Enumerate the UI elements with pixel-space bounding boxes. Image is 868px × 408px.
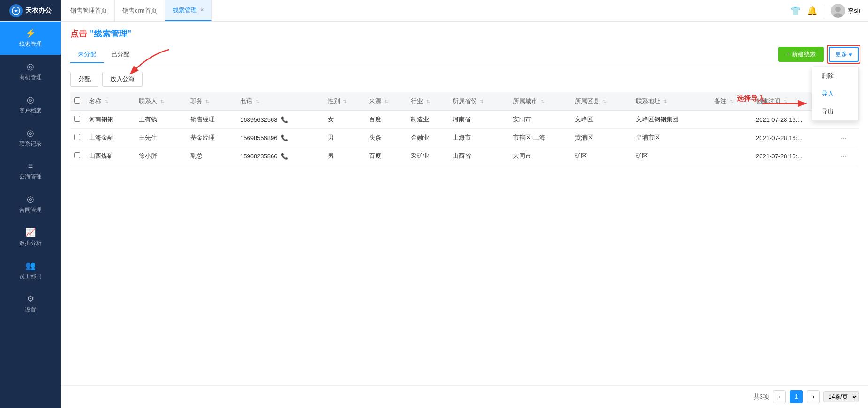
employee-icon: 👥: [25, 260, 36, 271]
call-icon[interactable]: 📞: [281, 116, 288, 123]
ocean-button[interactable]: 放入公海: [102, 72, 143, 87]
table-row: 上海金融 王先生 基金经理 15698556896 📞 男 头条 金融业 上海市…: [70, 129, 859, 147]
per-page-select[interactable]: 14条/页: [823, 391, 859, 402]
sort-icon[interactable]: ⇅: [343, 99, 347, 104]
cell-phone: 15968235866 📞: [236, 147, 324, 165]
tab-crm-home[interactable]: 销售crm首页: [115, 0, 165, 21]
row-checkbox[interactable]: [74, 134, 80, 140]
call-icon[interactable]: 📞: [281, 134, 288, 141]
row-checkbox-cell: [70, 111, 85, 129]
sidebar-item-leads[interactable]: ⚡ 线索管理: [0, 22, 61, 55]
sort-icon[interactable]: ⇅: [256, 99, 259, 104]
cell-district: 文峰区: [571, 111, 632, 129]
new-lead-button[interactable]: + 新建线索: [778, 47, 824, 62]
call-icon[interactable]: 📞: [281, 153, 288, 160]
tab-sales-home[interactable]: 销售管理首页: [63, 0, 115, 21]
opportunity-icon: ◎: [27, 61, 34, 72]
sort-icon[interactable]: ⇅: [480, 99, 483, 104]
page-1-button[interactable]: 1: [790, 390, 803, 403]
cell-gender: 男: [324, 129, 366, 147]
chevron-down-icon: ▾: [849, 51, 852, 58]
bell-icon[interactable]: 🔔: [807, 6, 817, 16]
close-tab-icon[interactable]: ✕: [200, 7, 204, 13]
page-header: 点击 "线索管理": [61, 22, 868, 43]
sidebar-item-analytics[interactable]: 📈 数据分析: [0, 221, 61, 254]
logo: 天衣办公: [9, 4, 52, 17]
ocean-icon: ≡: [28, 161, 33, 171]
col-district: 所属区县 ⇅: [571, 92, 632, 111]
select-all-checkbox[interactable]: [74, 97, 80, 104]
sort-icon[interactable]: ⇅: [541, 99, 544, 104]
col-province: 所属省份 ⇅: [449, 92, 509, 111]
sort-icon[interactable]: ⇅: [603, 99, 606, 104]
sort-icon[interactable]: ⇅: [730, 99, 733, 104]
cell-gender: 女: [324, 111, 366, 129]
cell-created-time: 2021-07-28 16:...: [752, 147, 837, 165]
cell-source: 百度: [365, 147, 407, 165]
contact-icon: ◎: [27, 128, 34, 138]
sidebar-item-ocean[interactable]: ≡ 公海管理: [0, 155, 61, 187]
sidebar-item-opportunity[interactable]: ◎ 商机管理: [0, 55, 61, 88]
logo-icon: [9, 4, 23, 17]
shirt-icon[interactable]: 👕: [790, 6, 800, 16]
sidebar-item-employee[interactable]: 👥 员工部门: [0, 254, 61, 287]
cell-source: 头条: [365, 129, 407, 147]
assign-button[interactable]: 分配: [70, 72, 98, 87]
dropdown-delete[interactable]: 删除: [812, 67, 858, 85]
more-btn-wrapper: 更多 ▾: [829, 47, 859, 62]
tab-leads[interactable]: 线索管理 ✕: [165, 0, 212, 21]
cell-contact: 王先生: [135, 129, 186, 147]
sidebar-item-settings[interactable]: ⚙ 设置: [0, 287, 61, 320]
cell-source: 百度: [365, 111, 407, 129]
sidebar-item-contact[interactable]: ◎ 联系记录: [0, 121, 61, 155]
user-avatar-area[interactable]: 李sir: [831, 4, 860, 18]
tab-assigned[interactable]: 已分配: [104, 46, 137, 63]
leads-table: 名称 ⇅ 联系人 ⇅ 职务 ⇅ 电话 ⇅ 性别 ⇅ 来源 ⇅ 行业 ⇅ 所属省份…: [70, 92, 859, 165]
row-more-button[interactable]: ···: [840, 134, 847, 141]
sort-icon[interactable]: ⇅: [105, 99, 108, 104]
cell-position: 基金经理: [187, 129, 236, 147]
cell-gender: 男: [324, 147, 366, 165]
sub-tabs: 未分配 已分配: [70, 46, 137, 63]
next-page-button[interactable]: ›: [807, 390, 820, 403]
sidebar-item-customer[interactable]: ◎ 客户档案: [0, 88, 61, 121]
cell-city: 大同市: [509, 147, 572, 165]
sort-icon[interactable]: ⇅: [385, 99, 388, 104]
header-buttons: + 新建线索 更多 ▾: [778, 43, 859, 66]
sort-icon[interactable]: ⇅: [160, 99, 164, 104]
prev-page-button[interactable]: ‹: [773, 390, 786, 403]
cell-contact: 徐小胖: [135, 147, 186, 165]
cell-name: 山西煤矿: [85, 147, 135, 165]
row-more-button[interactable]: ···: [840, 153, 847, 160]
dropdown-import[interactable]: 导入: [812, 85, 858, 103]
row-checkbox[interactable]: [74, 116, 80, 122]
sort-icon[interactable]: ⇅: [426, 99, 430, 104]
logo-text: 天衣办公: [25, 7, 52, 15]
sidebar-item-label: 员工部门: [19, 273, 42, 281]
cell-district: 黄浦区: [571, 129, 632, 147]
main-layout: ⚡ 线索管理 ◎ 商机管理 ◎ 客户档案 ◎ 联系记录 ≡ 公海管理 ◎ 合同管…: [0, 22, 868, 408]
col-source: 来源 ⇅: [365, 92, 407, 111]
cell-contact: 王有钱: [135, 111, 186, 129]
sidebar-item-label: 合同管理: [19, 206, 42, 214]
dropdown-export[interactable]: 导出: [812, 103, 858, 120]
table-row: 河南钢钢 王有钱 销售经理 16895632568 📞 女 百度 制造业 河南省…: [70, 111, 859, 129]
analytics-icon: 📈: [25, 227, 36, 237]
table-container: 名称 ⇅ 联系人 ⇅ 职务 ⇅ 电话 ⇅ 性别 ⇅ 来源 ⇅ 行业 ⇅ 所属省份…: [61, 92, 868, 385]
sidebar-item-label: 联系记录: [19, 140, 42, 148]
cell-actions: ···: [837, 129, 859, 147]
row-checkbox[interactable]: [74, 152, 80, 158]
tab-unassigned[interactable]: 未分配: [70, 46, 104, 63]
col-name: 名称 ⇅: [85, 92, 135, 111]
cell-remark: [710, 147, 752, 165]
col-city: 所属城市 ⇅: [509, 92, 572, 111]
sort-icon[interactable]: ⇅: [205, 99, 209, 104]
sort-icon[interactable]: ⇅: [784, 99, 787, 104]
cell-address: 皇埔市区: [632, 129, 711, 147]
sidebar: ⚡ 线索管理 ◎ 商机管理 ◎ 客户档案 ◎ 联系记录 ≡ 公海管理 ◎ 合同管…: [0, 22, 61, 408]
sidebar-item-contract[interactable]: ◎ 合同管理: [0, 187, 61, 221]
pagination: 共3项 ‹ 1 › 14条/页: [61, 385, 868, 408]
cell-remark: [710, 111, 752, 129]
more-button[interactable]: 更多 ▾: [829, 47, 859, 62]
sort-icon[interactable]: ⇅: [663, 99, 667, 104]
